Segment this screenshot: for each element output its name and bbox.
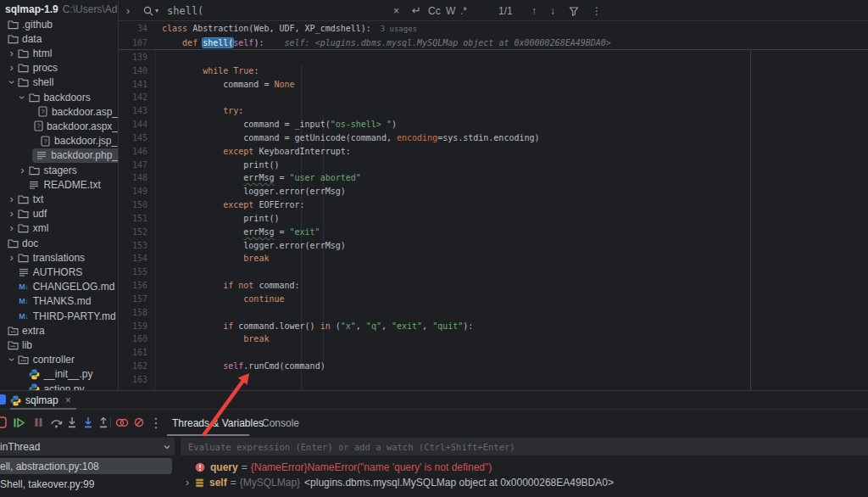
line-number[interactable]: 159 (119, 320, 147, 333)
tree-item-backdoor-aspx-[interactable]: ?backdoor.aspx_ (0, 119, 118, 133)
tree-item-xml[interactable]: ›xml (0, 221, 118, 236)
next-match-button[interactable]: ↓ (550, 0, 555, 21)
variable-row-query[interactable]: query = {NameError}NameError("name 'quer… (181, 460, 868, 475)
chevron-down-icon[interactable]: › (8, 354, 16, 366)
tree-item-shell[interactable]: ›shell (0, 75, 118, 90)
line-number[interactable]: 144 (119, 118, 147, 131)
evaluate-input[interactable]: Evaluate expression (Enter) or add a wat… (181, 438, 868, 455)
thread-selector[interactable]: inThread (0, 438, 175, 455)
project-header[interactable]: sqlmap-1.9C:\Users\Administrat (0, 0, 118, 17)
selected-tree-item[interactable]: backdoor.php_ (32, 148, 118, 163)
line-number[interactable]: 140 (119, 64, 147, 78)
tree-item-extra[interactable]: extra (0, 323, 118, 338)
tree-item-backdoors[interactable]: ›backdoors (0, 90, 118, 104)
line-number[interactable]: 155 (119, 265, 147, 279)
line-number[interactable]: 150 (119, 198, 147, 212)
line-number[interactable]: 158 (119, 306, 147, 320)
chevron-right-icon[interactable]: › (6, 254, 18, 262)
line-number[interactable]: 34 (119, 22, 147, 36)
tab-threads-variables[interactable]: Threads & Variables (172, 410, 264, 436)
words-button[interactable]: W (446, 0, 455, 21)
match-case-button[interactable]: Cc (428, 0, 441, 21)
tree-item-translations[interactable]: ›translations (0, 250, 118, 265)
step-into-button[interactable] (65, 416, 79, 429)
tree-item--init-py[interactable]: __init__.py (0, 367, 118, 382)
line-number[interactable]: 163 (119, 373, 147, 387)
line-number[interactable]: 149 (119, 185, 147, 198)
tree-item-stagers[interactable]: ›stagers (0, 163, 118, 177)
chevron-right-icon[interactable]: › (6, 195, 18, 204)
line-number[interactable]: 142 (119, 91, 147, 104)
line-number[interactable]: 143 (119, 104, 147, 118)
tree-item--github[interactable]: .github (0, 17, 118, 31)
line-number[interactable]: 145 (119, 131, 147, 145)
line-number[interactable]: 161 (119, 346, 147, 360)
tree-item-readme-txt[interactable]: README.txt (0, 177, 118, 192)
line-number[interactable]: 156 (119, 279, 147, 293)
close-tab-icon[interactable]: × (65, 394, 71, 406)
frame-row-action[interactable]: ion, action.py:221 (0, 493, 175, 497)
tree-item-controller[interactable]: ›controller (0, 353, 118, 367)
clear-search-icon[interactable]: × (393, 0, 399, 21)
tree-item-third-party-md[interactable]: M↓THIRD-PARTY.md (0, 309, 118, 323)
line-number[interactable]: 157 (119, 293, 147, 306)
tree-item-backdoor-jsp-[interactable]: ?backdoor.jsp_ (0, 134, 118, 148)
stop-button[interactable] (0, 416, 8, 429)
tree-item-authors[interactable]: AUTHORS (0, 265, 118, 279)
filter-icon[interactable] (569, 0, 579, 21)
force-step-into-button[interactable] (81, 416, 95, 429)
more-options-icon[interactable]: ⋮ (592, 0, 602, 21)
mute-breakpoints-button[interactable] (132, 416, 146, 429)
more-icon[interactable]: ⋮ (149, 416, 163, 429)
line-number[interactable]: 153 (119, 239, 147, 253)
chevron-right-icon[interactable]: › (16, 166, 28, 175)
tree-item-html[interactable]: ›html (0, 46, 118, 60)
variable-row-self[interactable]: › self = {MySQLMap} <plugins.dbms.mysql.… (181, 475, 868, 490)
tree-item-udf[interactable]: ›udf (0, 207, 118, 221)
line-number[interactable]: 107 (119, 36, 147, 51)
line-number[interactable]: 160 (119, 332, 147, 346)
view-breakpoints-button[interactable] (115, 416, 129, 429)
resume-button[interactable] (12, 416, 25, 429)
tree-item-thanks-md[interactable]: M↓THANKS.md (0, 294, 118, 309)
chevron-right-icon[interactable]: › (6, 49, 18, 58)
line-number[interactable]: 139 (119, 51, 147, 64)
editor-pane[interactable]: 34class Abstraction(Web, UDF, XP_cmdshel… (119, 22, 868, 390)
tree-item-doc[interactable]: doc (0, 236, 118, 250)
chevron-right-icon[interactable]: › (186, 477, 189, 489)
chevron-right-icon[interactable]: › (126, 0, 130, 21)
line-number[interactable]: 152 (119, 226, 147, 239)
chevron-down-icon[interactable]: › (18, 92, 26, 103)
tree-item-lib[interactable]: lib (0, 338, 118, 352)
line-number[interactable]: 162 (119, 360, 147, 373)
search-icon[interactable]: ▾ (142, 0, 159, 21)
chevron-right-icon[interactable]: › (6, 64, 18, 72)
chevron-right-icon[interactable]: › (6, 224, 18, 232)
frame-row-takeover[interactable]: Shell, takeover.py:99 (0, 476, 175, 492)
chevron-down-icon[interactable]: › (8, 76, 16, 88)
line-number[interactable]: 148 (119, 171, 147, 185)
line-number[interactable]: 146 (119, 145, 147, 159)
line-number[interactable]: 141 (119, 78, 147, 92)
chevron-right-icon[interactable]: › (6, 209, 18, 218)
tree-item-txt[interactable]: ›txt (0, 192, 118, 206)
tree-item-data[interactable]: data (0, 31, 118, 46)
previous-match-button[interactable]: ↑ (531, 0, 537, 21)
pause-button[interactable] (31, 416, 45, 429)
tab-console[interactable]: Console (262, 410, 299, 436)
step-out-button[interactable] (97, 416, 110, 429)
tree-item-backdoor-asp-[interactable]: ?backdoor.asp_ (0, 104, 118, 119)
newline-icon[interactable]: ↵ (412, 0, 421, 21)
tool-window-icon[interactable] (0, 394, 6, 405)
tree-item-changelog-md[interactable]: M↓CHANGELOG.md (0, 280, 118, 294)
tree-item-procs[interactable]: ›procs (0, 61, 118, 75)
frame-row-abstraction[interactable]: ell, abstraction.py:108 (0, 458, 172, 474)
regex-button[interactable]: .* (460, 0, 467, 21)
line-number[interactable]: 147 (119, 159, 147, 172)
search-input[interactable]: shell( (167, 0, 203, 21)
line-number[interactable]: 154 (119, 252, 147, 265)
tree-item-backdoor-php-[interactable]: backdoor.php_ (0, 148, 118, 163)
step-over-button[interactable] (49, 416, 63, 429)
line-number[interactable]: 151 (119, 212, 147, 226)
debug-tab-sqlmap[interactable]: sqlmap × (10, 391, 71, 410)
